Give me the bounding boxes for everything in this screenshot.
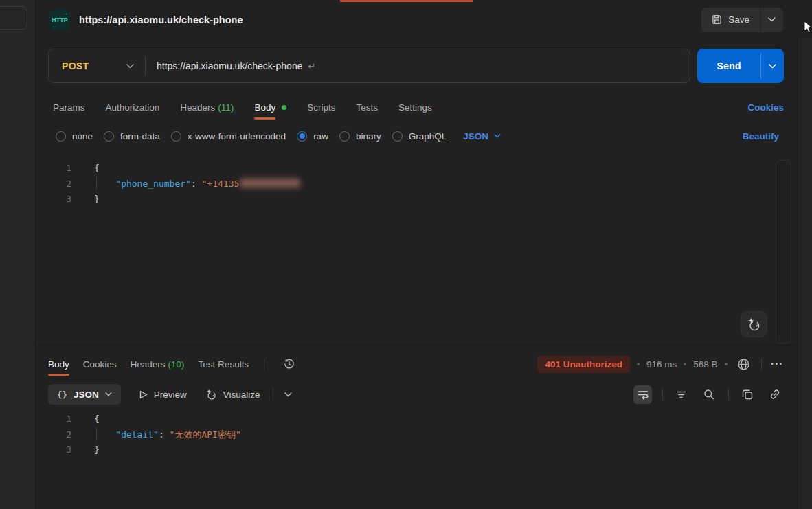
- globe-icon: [737, 358, 750, 371]
- status-badge[interactable]: 401 Unauthorized: [537, 356, 630, 373]
- copy-button[interactable]: [738, 385, 756, 404]
- tab-settings[interactable]: Settings: [398, 93, 432, 121]
- cookies-link[interactable]: Cookies: [747, 102, 784, 113]
- postbot-button[interactable]: [741, 311, 767, 337]
- request-body-editor[interactable]: 1 { 2 "phone_number": "+14135 3 }: [36, 161, 785, 343]
- tabs-divider: [264, 359, 264, 370]
- line-number: 3: [36, 442, 71, 458]
- line-number: 2: [36, 427, 71, 443]
- code-line: 2 "detail": "无效的API密钥": [36, 427, 769, 443]
- mouse-cursor: [804, 21, 812, 34]
- request-title: https://api.xiaomu.uk/check-phone: [79, 14, 243, 25]
- tab-body[interactable]: Body: [254, 93, 286, 121]
- radio-none[interactable]: none: [56, 131, 93, 142]
- method-url-divider: [145, 56, 146, 76]
- response-section: Body Cookies Headers(10) Test Results 40…: [36, 345, 797, 509]
- body-type-row: none form-data x-www-form-urlencoded raw…: [56, 127, 779, 145]
- send-button[interactable]: Send: [697, 49, 760, 83]
- main-panel: → HTTP ← https://api.xiaomu.uk/check-pho…: [36, 0, 812, 509]
- response-format-dropdown[interactable]: {} JSON: [48, 384, 121, 405]
- code-line: 1 {: [36, 411, 769, 427]
- code-line: 1 {: [36, 161, 785, 177]
- radio-form-data[interactable]: form-data: [104, 131, 160, 142]
- send-button-group[interactable]: Send: [697, 49, 784, 83]
- response-action-icons: [633, 385, 784, 404]
- visualize-label: Visualize: [223, 389, 260, 400]
- braces-icon: {}: [57, 389, 67, 400]
- wrap-text-button[interactable]: [633, 385, 652, 404]
- filter-icon: [676, 390, 686, 399]
- json-key: "detail": [115, 429, 159, 440]
- line-number: 1: [36, 411, 71, 427]
- response-body-viewer[interactable]: 1 { 2 "detail": "无效的API密钥" 3 }: [36, 411, 769, 458]
- more-options-icon[interactable]: •••: [771, 361, 784, 367]
- indent-guide: [96, 427, 97, 441]
- radio-x-www-form-urlencoded[interactable]: x-www-form-urlencoded: [171, 131, 286, 142]
- url-input-container[interactable]: POST https://api.xiaomu.uk/check-phone ↵: [48, 49, 690, 83]
- response-tab-headers[interactable]: Headers(10): [131, 350, 185, 378]
- code-line: 2 "phone_number": "+14135: [36, 177, 785, 192]
- save-button[interactable]: Save: [701, 8, 760, 32]
- more-views-button[interactable]: [284, 392, 292, 397]
- response-size[interactable]: 568 B: [693, 359, 717, 370]
- radio-raw[interactable]: raw: [297, 131, 328, 142]
- radio-graphql[interactable]: GraphQL: [392, 131, 447, 142]
- copy-icon: [742, 389, 753, 400]
- json-key: "phone_number": [115, 179, 191, 189]
- beautify-link[interactable]: Beautify: [743, 131, 779, 142]
- enter-key-icon: ↵: [308, 61, 315, 71]
- editor-scrollbar-track[interactable]: [776, 160, 791, 343]
- response-time[interactable]: 916 ms: [646, 359, 677, 370]
- tab-tests[interactable]: Tests: [356, 93, 378, 121]
- tab-params[interactable]: Params: [53, 93, 85, 121]
- right-sidebar-rail: [797, 39, 812, 509]
- tab-authorization[interactable]: Authorization: [106, 93, 160, 121]
- response-headers-count-badge: (10): [168, 359, 185, 370]
- format-select-dropdown[interactable]: JSON: [463, 131, 501, 142]
- json-value: "无效的API密钥": [170, 429, 241, 440]
- url-input[interactable]: https://api.xiaomu.uk/check-phone: [157, 60, 302, 71]
- response-toolbar: {} JSON Preview Visualize: [48, 383, 784, 405]
- link-icon: [769, 389, 780, 400]
- search-icon: [703, 389, 714, 400]
- response-tab-body[interactable]: Body: [48, 350, 69, 378]
- response-history-button[interactable]: [280, 355, 298, 374]
- history-clock-icon: [283, 358, 295, 370]
- play-triangle-icon: [139, 390, 148, 399]
- floppy-disk-icon: [712, 14, 722, 25]
- http-badge-label: HTTP: [52, 16, 68, 23]
- radio-binary[interactable]: binary: [339, 131, 381, 142]
- share-link-button[interactable]: [765, 385, 784, 404]
- visualize-button[interactable]: Visualize: [205, 389, 260, 400]
- indent-guide: [96, 177, 97, 190]
- close-brace: }: [94, 444, 100, 455]
- filter-button[interactable]: [672, 385, 690, 404]
- icons-divider: [662, 388, 663, 400]
- line-number: 2: [36, 177, 71, 192]
- response-tab-test-results[interactable]: Test Results: [199, 350, 249, 378]
- save-button-group[interactable]: Save: [701, 8, 783, 32]
- redacted-phone-blur: [240, 179, 300, 188]
- chevron-down-icon: [105, 392, 112, 396]
- close-brace: }: [94, 194, 100, 204]
- save-options-button[interactable]: [760, 8, 783, 32]
- tab-scripts[interactable]: Scripts: [307, 93, 335, 121]
- request-tabs: Params Authorization Headers(11) Body Sc…: [53, 93, 784, 121]
- response-status-cluster: 401 Unauthorized 916 ms 568 B •••: [537, 355, 784, 374]
- tab-headers[interactable]: Headers(11): [180, 93, 234, 121]
- method-selector[interactable]: POST: [49, 60, 145, 71]
- search-button[interactable]: [699, 385, 718, 404]
- preview-button[interactable]: Preview: [139, 389, 187, 400]
- network-info-button[interactable]: [734, 355, 753, 374]
- format-select-label: JSON: [463, 131, 488, 142]
- method-label: POST: [62, 60, 89, 71]
- request-bar: POST https://api.xiaomu.uk/check-phone ↵…: [48, 49, 784, 83]
- status-divider: [761, 359, 762, 370]
- chevron-down-icon: [494, 134, 501, 138]
- arrow-right-icon: →: [63, 10, 68, 16]
- response-tab-cookies[interactable]: Cookies: [83, 350, 117, 378]
- send-options-button[interactable]: [761, 49, 784, 83]
- chevron-down-icon: [768, 17, 776, 22]
- sidebar-partial-tab[interactable]: [0, 6, 27, 30]
- code-line: 3 }: [36, 192, 785, 207]
